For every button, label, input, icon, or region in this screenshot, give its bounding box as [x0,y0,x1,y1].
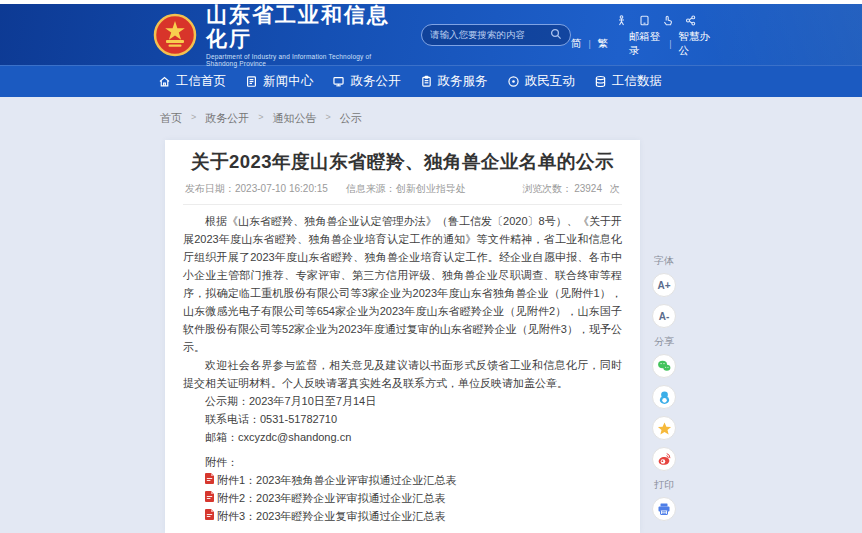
main-navigation: 工信首页 新闻中心 政务公开 政务服务 政民互动 [0,65,862,97]
article-meta: 发布日期：2023-07-10 16:20:15 信息来源：创新创业指导处 浏览… [183,179,622,205]
site-brand: 山东省工业和信息化厅 Department of Industry and In… [153,3,403,67]
attachment-label: 附件1：2023年独角兽企业评审拟通过企业汇总表 [217,471,457,489]
breadcrumb-gov-open[interactable]: 政务公开 [205,111,249,126]
attachment-label: 附件2：2023年瞪羚企业评审拟通过企业汇总表 [217,489,446,507]
breadcrumb-current: 公示 [340,111,362,126]
pdf-icon [205,471,214,489]
font-increase-button[interactable]: A+ [652,273,676,297]
attachment-link-2[interactable]: 附件2：2023年瞪羚企业评审拟通过企业汇总表 [183,489,622,507]
attachment-label: 附件3：2023年瞪羚企业复审拟通过企业汇总表 [217,507,446,525]
lang-traditional-link[interactable]: 繁 [598,37,609,51]
news-icon [245,75,258,88]
nav-label: 政民互动 [525,73,575,90]
qq-icon [657,390,672,405]
share-label: 分享 [646,335,682,349]
data-icon [594,75,607,88]
contact-phone-line: 联系电话：0531-51782710 [183,410,622,428]
publish-date: 发布日期：2023-07-10 16:20:15 [185,182,328,196]
publish-date-value: 2023-07-10 16:20:15 [235,183,328,194]
font-size-label: 字体 [646,254,682,268]
nav-label: 工信数据 [612,73,662,90]
attachment-link-3[interactable]: 附件3：2023年瞪羚企业复审拟通过企业汇总表 [183,507,622,525]
view-count-value: 23924 [574,183,602,194]
breadcrumb-home[interactable]: 首页 [160,111,182,126]
gov-open-icon [332,75,345,88]
share-qq-button[interactable] [652,385,676,409]
share-weibo-button[interactable] [652,447,676,471]
side-toolbar: 字体 A+ A- 分享 [646,247,682,528]
meta-left: 发布日期：2023-07-10 16:20:15 信息来源：创新创业指导处 [185,182,480,196]
nav-item-home[interactable]: 工信首页 [158,73,226,90]
header-links: 简 | 繁 邮箱登录 | 智慧办公 [571,30,712,58]
national-emblem-icon [153,13,197,57]
attachments-section: 附件： 附件1：2023年独角兽企业评审拟通过企业汇总表 附件2：2023年瞪羚… [183,453,622,525]
nav-item-interaction[interactable]: 政民互动 [507,73,575,90]
site-title: 山东省工业和信息化厅 [206,3,403,51]
share-qzone-button[interactable] [652,416,676,440]
publish-date-label: 发布日期： [185,183,235,194]
share-wechat-button[interactable] [652,354,676,378]
view-count-label: 浏览次数： [522,183,572,194]
search-input[interactable] [430,29,550,40]
print-button[interactable] [652,497,676,521]
link-icon[interactable] [685,15,696,26]
info-source-label: 信息来源： [346,183,396,194]
nav-item-data[interactable]: 工信数据 [594,73,662,90]
site-subtitle: Department of Industry and Information T… [206,53,403,67]
printer-icon [657,502,671,516]
gov-service-icon [420,75,433,88]
breadcrumb-separator: > [191,111,196,122]
view-count: 浏览次数：23924次 [522,182,620,196]
accessibility-icon[interactable] [616,15,627,26]
nav-item-gov-service[interactable]: 政务服务 [420,73,488,90]
smart-office-link[interactable]: 智慧办公 [679,30,712,58]
article-title: 关于2023年度山东省瞪羚、独角兽企业名单的公示 [183,150,622,174]
article-card: 关于2023年度山东省瞪羚、独角兽企业名单的公示 发布日期：2023-07-10… [165,140,640,533]
pdf-icon [205,507,214,525]
home-icon [158,75,171,88]
link-divider: | [588,39,590,49]
interaction-icon [507,75,520,88]
contact-email-line: 邮箱：cxcyzdc@shandong.cn [183,428,622,446]
publicity-period-line: 公示期：2023年7月10日至7月14日 [183,392,622,410]
utility-icon-row [616,15,712,26]
paragraph-2: 欢迎社会各界参与监督，相关意见及建议请以书面形式反馈省工业和信息化厅，同时提交相… [183,356,622,392]
site-header: 山东省工业和信息化厅 Department of Industry and In… [0,4,862,65]
weibo-icon [656,451,672,467]
info-source-value: 创新创业指导处 [396,183,466,194]
view-count-unit: 次 [610,183,620,194]
breadcrumb-separator: > [326,111,331,122]
nav-item-news[interactable]: 新闻中心 [245,73,313,90]
mail-login-link[interactable]: 邮箱登录 [629,30,662,58]
touch-icon[interactable] [662,15,673,26]
nav-item-gov-open[interactable]: 政务公开 [332,73,400,90]
article-body: 根据《山东省瞪羚、独角兽企业认定管理办法》（鲁工信发〔2020〕8号）、《关于开… [183,205,622,533]
breadcrumb: 首页 > 政务公开 > 通知公告 > 公示 [0,97,862,140]
breadcrumb-notices[interactable]: 通知公告 [273,111,317,126]
breadcrumb-separator: > [258,111,263,122]
site-titles: 山东省工业和信息化厅 Department of Industry and In… [206,3,403,67]
nav-label: 政务服务 [438,73,488,90]
nav-label: 新闻中心 [263,73,313,90]
link-divider: | [669,39,671,49]
info-source: 信息来源：创新创业指导处 [346,182,466,196]
pdf-icon [205,489,214,507]
tablet-icon[interactable] [639,15,650,26]
qzone-icon [657,421,672,436]
nav-label: 工信首页 [176,73,226,90]
header-utilities: 简 | 繁 邮箱登录 | 智慧办公 [571,11,712,58]
attachment-link-1[interactable]: 附件1：2023年独角兽企业评审拟通过企业汇总表 [183,471,622,489]
nav-label: 政务公开 [350,73,400,90]
lang-simplified-link[interactable]: 简 [571,37,582,51]
search-icon[interactable] [550,26,562,44]
print-label: 打印 [646,478,682,492]
attachments-label: 附件： [183,453,622,471]
paragraph-1: 根据《山东省瞪羚、独角兽企业认定管理办法》（鲁工信发〔2020〕8号）、《关于开… [183,212,622,356]
wechat-icon [656,358,672,374]
site-search [421,24,571,46]
font-decrease-button[interactable]: A- [652,304,676,328]
